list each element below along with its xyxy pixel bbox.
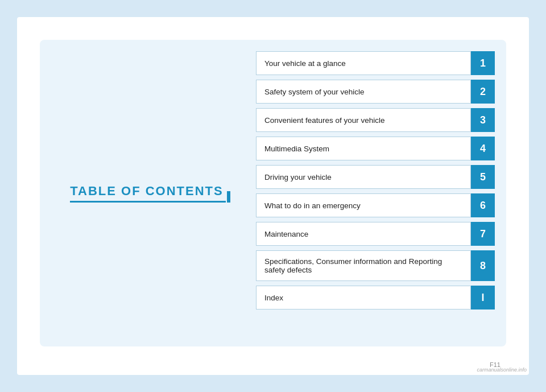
inner-container: TABLE OF CONTENTS Your vehicle at a glan… (40, 40, 506, 346)
toc-item-number: 1 (471, 51, 495, 75)
toc-item-number: 5 (471, 165, 495, 189)
toc-item-label: What to do in an emergency (256, 193, 471, 217)
toc-item-label: Index (256, 286, 471, 310)
toc-item-number: 8 (471, 250, 495, 281)
toc-item-label: Driving your vehicle (256, 165, 471, 189)
toc-item-number: I (471, 286, 495, 310)
toc-row[interactable]: Maintenance7 (256, 222, 495, 246)
toc-row[interactable]: Your vehicle at a glance1 (256, 51, 495, 75)
toc-row[interactable]: Convenient features of your vehicle3 (256, 108, 495, 132)
toc-row[interactable]: Specifications, Consumer information and… (256, 250, 495, 281)
toc-item-label: Maintenance (256, 222, 471, 246)
watermark: carmanualsonline.info (477, 367, 527, 373)
toc-item-label: Specifications, Consumer information and… (256, 250, 471, 281)
toc-item-label: Multimedia System (256, 137, 471, 160)
toc-item-number: 4 (471, 137, 495, 160)
toc-item-label: Convenient features of your vehicle (256, 108, 471, 132)
toc-row[interactable]: Safety system of your vehicle2 (256, 80, 495, 104)
toc-item-number: 7 (471, 222, 495, 246)
toc-row[interactable]: What to do in an emergency6 (256, 193, 495, 217)
toc-item-number: 6 (471, 193, 495, 217)
toc-list: Your vehicle at a glance1Safety system o… (256, 51, 495, 335)
toc-item-label: Safety system of your vehicle (256, 80, 471, 104)
toc-row[interactable]: Driving your vehicle5 (256, 165, 495, 189)
toc-item-number: 2 (471, 80, 495, 104)
toc-row[interactable]: IndexI (256, 286, 495, 310)
left-panel: TABLE OF CONTENTS (40, 40, 256, 346)
toc-row[interactable]: Multimedia System4 (256, 137, 495, 160)
toc-item-number: 3 (471, 108, 495, 132)
page-container: TABLE OF CONTENTS Your vehicle at a glan… (17, 17, 529, 375)
toc-title: TABLE OF CONTENTS (70, 184, 225, 203)
toc-item-label: Your vehicle at a glance (256, 51, 471, 75)
